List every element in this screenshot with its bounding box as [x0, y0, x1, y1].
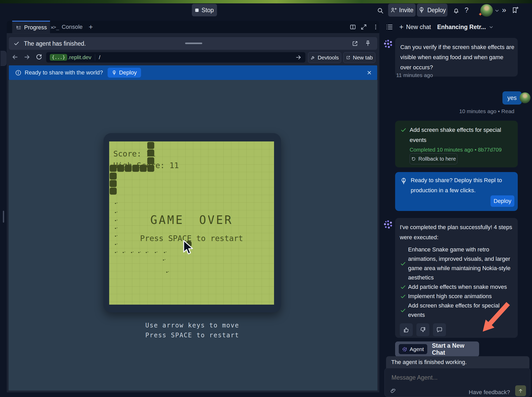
chat-title: Enhancing Retr...	[437, 24, 486, 31]
particle	[115, 212, 116, 213]
new-tab-browser-button[interactable]: New tab	[343, 52, 375, 63]
start-new-chat-label: Start a New Chat	[432, 342, 479, 356]
open-in-window-icon[interactable]	[352, 40, 358, 47]
newtab-label: New tab	[353, 54, 373, 61]
console-tab-icon: >_	[53, 24, 59, 30]
deploy-button[interactable]: Deploy	[417, 4, 447, 17]
particle	[115, 244, 116, 245]
url-host: .replit.dev	[68, 54, 91, 60]
toolbar-drag-handle[interactable]	[185, 43, 202, 44]
browser-nav-row: {...} .replit.dev / Devtools New tab	[9, 51, 377, 64]
expand-pane-icon[interactable]	[360, 24, 367, 30]
devtools-button[interactable]: Devtools	[308, 52, 341, 63]
user-message-meta: 10 minutes ago • Read	[395, 108, 514, 114]
particle	[164, 252, 165, 253]
game-screen[interactable]: Score: 11 High Score: 11 GAME OVER Press…	[109, 141, 274, 305]
new-chat-button[interactable]: + New chat	[399, 23, 431, 31]
agent-message: Can you verify if the screen shake effec…	[395, 38, 518, 77]
url-input[interactable]: {...} .replit.dev /	[46, 52, 305, 63]
text-line: were executed:	[400, 232, 513, 242]
have-feedback-link[interactable]: Have feedback?	[469, 389, 510, 396]
refresh-icon[interactable]	[35, 53, 43, 60]
url-separator	[95, 54, 95, 60]
agent-pill: Agent	[399, 344, 427, 354]
user-message-text: yes	[507, 94, 517, 101]
particle	[138, 252, 139, 253]
deploy-card-button[interactable]: Deploy	[491, 195, 514, 207]
stop-icon	[195, 8, 199, 12]
comment-button[interactable]	[433, 323, 446, 336]
deploy-card-text: Ready to share? Deploy this Repl toprodu…	[411, 175, 502, 195]
text-line: Can you verify if the screen shake effec…	[400, 42, 513, 52]
text-line: Add screen shake effects for special	[410, 125, 501, 135]
text-line: animations, improved visuals, and larger	[408, 254, 510, 264]
thumbs-up-button[interactable]	[400, 323, 413, 336]
banner-text: Ready to share with the world?	[25, 69, 103, 76]
tab-console[interactable]: >_ Console	[50, 21, 85, 33]
wrench-icon	[310, 55, 315, 60]
new-chat-label: New chat	[406, 24, 431, 31]
pin-icon[interactable]	[365, 40, 371, 47]
pane-menu-kebab-icon[interactable]	[372, 24, 379, 30]
top-glow-strip	[0, 0, 532, 3]
agent-message-text: Can you verify if the screen shake effec…	[400, 42, 513, 72]
text-line: I've completed the plan successfully! 4 …	[400, 222, 513, 232]
text-line: Ready to share? Deploy this Repl to	[411, 175, 502, 185]
plan-step: Implement high score animations	[400, 292, 513, 301]
app-header: Stop Invite Deploy ? ✦ »	[0, 3, 532, 21]
help-button[interactable]: ?	[465, 6, 468, 14]
particle	[146, 252, 147, 253]
webview: Score: 11 High Score: 11 GAME OVER Press…	[9, 80, 377, 391]
search-icon[interactable]	[376, 7, 384, 15]
new-tab-button[interactable]: +	[89, 23, 93, 31]
step-check-icon	[400, 261, 406, 267]
particle	[115, 228, 116, 229]
invite-button[interactable]: Invite	[388, 4, 416, 17]
send-button[interactable]	[515, 385, 526, 396]
toast-text: The agent is finished working.	[391, 359, 467, 366]
attachment-paperclip-icon[interactable]	[390, 388, 396, 394]
tab-progress[interactable]: Progress ×	[12, 21, 50, 33]
annotation-arrow	[481, 302, 511, 334]
thumbs-down-button[interactable]	[416, 323, 429, 336]
banner-close-icon[interactable]: ×	[367, 68, 372, 77]
banner-deploy-label: Deploy	[119, 69, 137, 76]
avatar-sparkle-icon: ✦	[478, 11, 482, 17]
back-icon[interactable]	[11, 53, 19, 61]
collapse-chevrons-icon[interactable]: »	[502, 5, 506, 14]
deploy-card-button-label: Deploy	[494, 198, 511, 204]
chat-title-chevron-icon	[489, 25, 493, 29]
forward-icon[interactable]	[23, 53, 31, 61]
bookmark-flag-icon[interactable]	[511, 6, 519, 14]
plus-icon: +	[399, 23, 403, 31]
step-check-icon	[400, 293, 406, 299]
checkpoint-title: Add screen shake effects for specialeven…	[410, 125, 501, 145]
avatar-chevron-down-icon[interactable]	[495, 8, 499, 13]
progress-tab-label: Progress	[24, 24, 47, 31]
text-line: Add particle effects when snake moves	[408, 282, 507, 292]
split-pane-icon[interactable]	[349, 24, 356, 30]
plan-step: Add particle effects when snake moves	[400, 282, 513, 292]
step-text: Enhance Snake game with retroanimations,…	[408, 245, 510, 282]
summary-intro: I've completed the plan successfully! 4 …	[400, 222, 513, 242]
banner-deploy-button[interactable]: Deploy	[108, 68, 141, 78]
stop-label: Stop	[201, 7, 214, 14]
deploy-paraglider-icon	[418, 7, 425, 13]
info-icon	[15, 70, 22, 76]
url-go-icon[interactable]	[295, 54, 302, 61]
left-rail-scroll-handle[interactable]	[3, 211, 4, 223]
url-path: /	[99, 54, 100, 60]
particle	[115, 220, 116, 221]
collapsed-sidebar-tab[interactable]	[1, 51, 6, 66]
url-badge: {...}	[50, 54, 67, 61]
rollback-button[interactable]: Rollback to here	[410, 153, 457, 164]
message-input[interactable]	[391, 374, 501, 381]
chat-title-dropdown[interactable]: Enhancing Retr...	[437, 24, 493, 31]
notifications-bell-icon[interactable]	[452, 6, 460, 14]
start-new-chat-button[interactable]: Agent Start a New Chat	[395, 341, 479, 357]
rollback-icon	[411, 156, 416, 161]
text-line: events	[410, 135, 501, 145]
stop-button[interactable]: Stop	[192, 4, 217, 16]
particle	[131, 252, 132, 253]
chat-history-icon[interactable]	[386, 23, 393, 31]
